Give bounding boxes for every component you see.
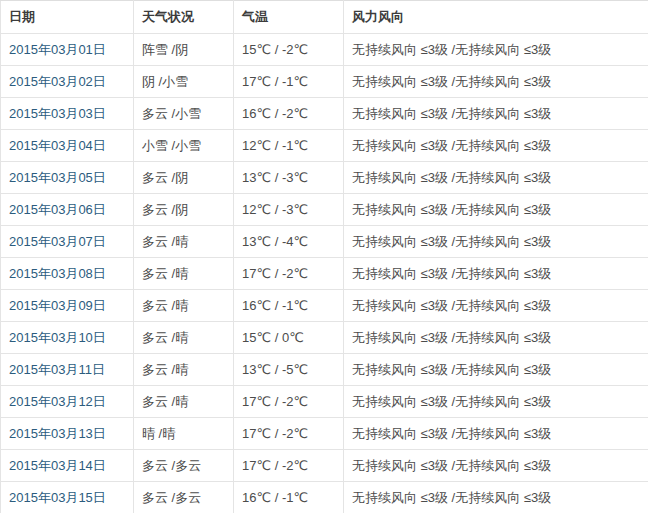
date-link[interactable]: 2015年03月05日 (9, 170, 106, 185)
date-cell: 2015年03月15日 (1, 482, 134, 513)
temp-cell: 16℃ / -1℃ (234, 290, 344, 322)
temp-cell: 17℃ / -2℃ (234, 418, 344, 450)
date-cell: 2015年03月13日 (1, 418, 134, 450)
date-cell: 2015年03月01日 (1, 34, 134, 66)
date-cell: 2015年03月02日 (1, 66, 134, 98)
temp-cell: 12℃ / -1℃ (234, 130, 344, 162)
temp-cell: 12℃ / -3℃ (234, 194, 344, 226)
date-link[interactable]: 2015年03月08日 (9, 266, 106, 281)
date-link[interactable]: 2015年03月12日 (9, 394, 106, 409)
table-row: 2015年03月04日 小雪 /小雪 12℃ / -1℃ 无持续风向 ≤3级 /… (1, 130, 648, 162)
wind-cell: 无持续风向 ≤3级 /无持续风向 ≤3级 (344, 290, 648, 322)
table-row: 2015年03月01日 阵雪 /阴 15℃ / -2℃ 无持续风向 ≤3级 /无… (1, 34, 648, 66)
table-row: 2015年03月06日 多云 /阴 12℃ / -3℃ 无持续风向 ≤3级 /无… (1, 194, 648, 226)
wind-cell: 无持续风向 ≤3级 /无持续风向 ≤3级 (344, 450, 648, 482)
table-row: 2015年03月03日 多云 /小雪 16℃ / -2℃ 无持续风向 ≤3级 /… (1, 98, 648, 130)
weather-cell: 多云 /晴 (134, 258, 234, 290)
date-cell: 2015年03月10日 (1, 322, 134, 354)
wind-cell: 无持续风向 ≤3级 /无持续风向 ≤3级 (344, 322, 648, 354)
wind-cell: 无持续风向 ≤3级 /无持续风向 ≤3级 (344, 130, 648, 162)
wind-cell: 无持续风向 ≤3级 /无持续风向 ≤3级 (344, 418, 648, 450)
table-row: 2015年03月15日 多云 /多云 16℃ / -1℃ 无持续风向 ≤3级 /… (1, 482, 648, 513)
weather-cell: 小雪 /小雪 (134, 130, 234, 162)
date-cell: 2015年03月05日 (1, 162, 134, 194)
wind-cell: 无持续风向 ≤3级 /无持续风向 ≤3级 (344, 354, 648, 386)
date-cell: 2015年03月11日 (1, 354, 134, 386)
date-cell: 2015年03月08日 (1, 258, 134, 290)
wind-cell: 无持续风向 ≤3级 /无持续风向 ≤3级 (344, 162, 648, 194)
date-link[interactable]: 2015年03月06日 (9, 202, 106, 217)
date-link[interactable]: 2015年03月02日 (9, 74, 106, 89)
date-link[interactable]: 2015年03月01日 (9, 42, 106, 57)
column-header-temp: 气温 (234, 1, 344, 34)
weather-cell: 多云 /阴 (134, 194, 234, 226)
wind-cell: 无持续风向 ≤3级 /无持续风向 ≤3级 (344, 98, 648, 130)
date-cell: 2015年03月12日 (1, 386, 134, 418)
date-cell: 2015年03月03日 (1, 98, 134, 130)
temp-cell: 13℃ / -3℃ (234, 162, 344, 194)
weather-cell: 阵雪 /阴 (134, 34, 234, 66)
wind-cell: 无持续风向 ≤3级 /无持续风向 ≤3级 (344, 482, 648, 513)
date-cell: 2015年03月06日 (1, 194, 134, 226)
table-row: 2015年03月12日 多云 /晴 17℃ / -2℃ 无持续风向 ≤3级 /无… (1, 386, 648, 418)
table-row: 2015年03月09日 多云 /晴 16℃ / -1℃ 无持续风向 ≤3级 /无… (1, 290, 648, 322)
column-header-wind: 风力风向 (344, 1, 648, 34)
table-row: 2015年03月02日 阴 /小雪 17℃ / -1℃ 无持续风向 ≤3级 /无… (1, 66, 648, 98)
temp-cell: 17℃ / -1℃ (234, 66, 344, 98)
wind-cell: 无持续风向 ≤3级 /无持续风向 ≤3级 (344, 34, 648, 66)
date-link[interactable]: 2015年03月03日 (9, 106, 106, 121)
weather-cell: 多云 /阴 (134, 162, 234, 194)
temp-cell: 13℃ / -4℃ (234, 226, 344, 258)
temp-cell: 16℃ / -1℃ (234, 482, 344, 513)
date-link[interactable]: 2015年03月11日 (9, 362, 105, 377)
date-cell: 2015年03月09日 (1, 290, 134, 322)
table-row: 2015年03月14日 多云 /多云 17℃ / -2℃ 无持续风向 ≤3级 /… (1, 450, 648, 482)
weather-cell: 晴 /晴 (134, 418, 234, 450)
weather-cell: 多云 /小雪 (134, 98, 234, 130)
table-row: 2015年03月10日 多云 /晴 15℃ / 0℃ 无持续风向 ≤3级 /无持… (1, 322, 648, 354)
temp-cell: 15℃ / 0℃ (234, 322, 344, 354)
wind-cell: 无持续风向 ≤3级 /无持续风向 ≤3级 (344, 66, 648, 98)
column-header-date: 日期 (1, 1, 134, 34)
column-header-weather: 天气状况 (134, 1, 234, 34)
temp-cell: 17℃ / -2℃ (234, 450, 344, 482)
wind-cell: 无持续风向 ≤3级 /无持续风向 ≤3级 (344, 194, 648, 226)
date-link[interactable]: 2015年03月15日 (9, 490, 106, 505)
table-header-row: 日期 天气状况 气温 风力风向 (1, 1, 648, 34)
temp-cell: 17℃ / -2℃ (234, 258, 344, 290)
date-cell: 2015年03月14日 (1, 450, 134, 482)
date-link[interactable]: 2015年03月07日 (9, 234, 106, 249)
weather-history-table: 日期 天气状况 气温 风力风向 2015年03月01日 阵雪 /阴 15℃ / … (0, 0, 648, 513)
temp-cell: 17℃ / -2℃ (234, 386, 344, 418)
date-link[interactable]: 2015年03月13日 (9, 426, 106, 441)
weather-cell: 多云 /晴 (134, 386, 234, 418)
table-row: 2015年03月05日 多云 /阴 13℃ / -3℃ 无持续风向 ≤3级 /无… (1, 162, 648, 194)
weather-cell: 多云 /晴 (134, 354, 234, 386)
date-link[interactable]: 2015年03月10日 (9, 330, 106, 345)
weather-cell: 多云 /晴 (134, 290, 234, 322)
temp-cell: 15℃ / -2℃ (234, 34, 344, 66)
wind-cell: 无持续风向 ≤3级 /无持续风向 ≤3级 (344, 226, 648, 258)
wind-cell: 无持续风向 ≤3级 /无持续风向 ≤3级 (344, 258, 648, 290)
date-cell: 2015年03月07日 (1, 226, 134, 258)
table-row: 2015年03月13日 晴 /晴 17℃ / -2℃ 无持续风向 ≤3级 /无持… (1, 418, 648, 450)
weather-cell: 多云 /多云 (134, 450, 234, 482)
weather-cell: 多云 /多云 (134, 482, 234, 513)
date-cell: 2015年03月04日 (1, 130, 134, 162)
wind-cell: 无持续风向 ≤3级 /无持续风向 ≤3级 (344, 386, 648, 418)
table-row: 2015年03月08日 多云 /晴 17℃ / -2℃ 无持续风向 ≤3级 /无… (1, 258, 648, 290)
weather-cell: 阴 /小雪 (134, 66, 234, 98)
table-row: 2015年03月07日 多云 /晴 13℃ / -4℃ 无持续风向 ≤3级 /无… (1, 226, 648, 258)
weather-cell: 多云 /晴 (134, 226, 234, 258)
table-row: 2015年03月11日 多云 /晴 13℃ / -5℃ 无持续风向 ≤3级 /无… (1, 354, 648, 386)
temp-cell: 13℃ / -5℃ (234, 354, 344, 386)
date-link[interactable]: 2015年03月09日 (9, 298, 106, 313)
date-link[interactable]: 2015年03月14日 (9, 458, 106, 473)
date-link[interactable]: 2015年03月04日 (9, 138, 106, 153)
weather-cell: 多云 /晴 (134, 322, 234, 354)
temp-cell: 16℃ / -2℃ (234, 98, 344, 130)
